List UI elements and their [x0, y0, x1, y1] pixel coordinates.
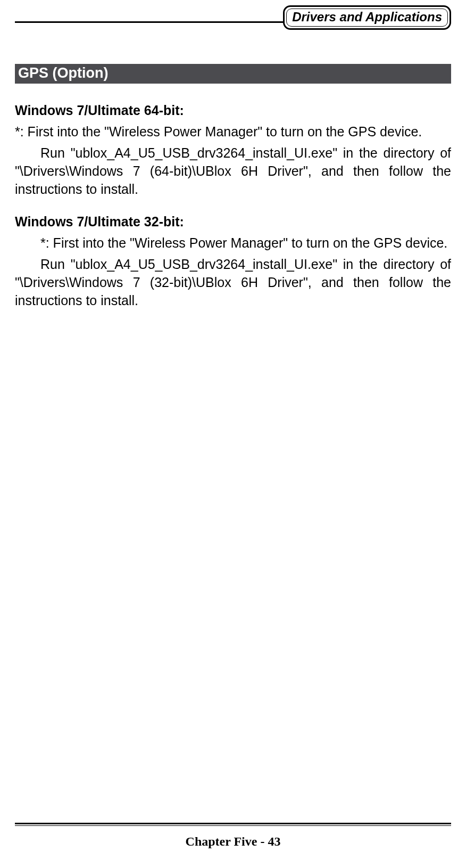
body-win7-64: Run "ublox_A4_U5_USB_drv3264_install_UI.…	[15, 144, 451, 198]
note-win7-64: *: First into the "Wireless Power Manage…	[15, 122, 451, 141]
header-area: Drivers and Applications	[15, 0, 451, 32]
content: GPS (Option) Windows 7/Ultimate 64-bit: …	[15, 32, 451, 309]
header-badge-label: Drivers and Applications	[292, 10, 442, 24]
body-win7-32: Run "ublox_A4_U5_USB_drv3264_install_UI.…	[15, 255, 451, 309]
subheading-win7-64: Windows 7/Ultimate 64-bit:	[15, 103, 451, 118]
footer: Chapter Five - 43	[15, 823, 451, 849]
block-win7-64: Windows 7/Ultimate 64-bit: *: First into…	[15, 103, 451, 198]
footer-text: Chapter Five - 43	[15, 834, 451, 849]
header-badge: Drivers and Applications	[283, 5, 451, 30]
section-title-bar: GPS (Option)	[15, 64, 451, 84]
note-win7-32: *: First into the "Wireless Power Manage…	[15, 234, 451, 252]
footer-rule-thick	[15, 823, 451, 824]
section-title: GPS (Option)	[18, 65, 108, 81]
subheading-win7-32: Windows 7/Ultimate 32-bit:	[15, 214, 451, 230]
footer-rule-thin	[15, 825, 451, 826]
page: Drivers and Applications GPS (Option) Wi…	[0, 0, 466, 868]
block-win7-32: Windows 7/Ultimate 32-bit: *: First into…	[15, 214, 451, 309]
